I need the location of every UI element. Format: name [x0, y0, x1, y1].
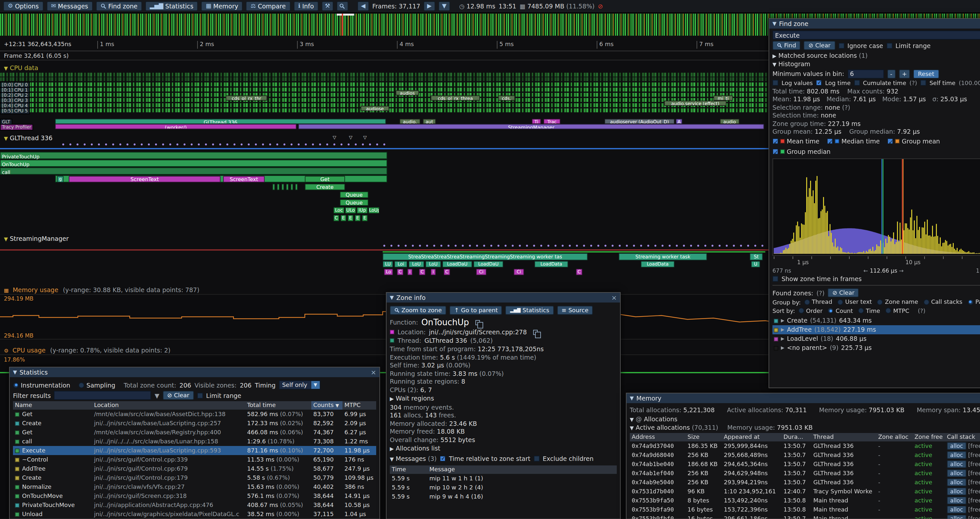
info-button[interactable]: ℹInfo: [293, 1, 318, 11]
log-values-checkbox[interactable]: [772, 80, 778, 86]
timeline-zone[interactable]: C: [419, 269, 425, 275]
legend-checkbox[interactable]: [888, 138, 893, 144]
allocation-row[interactable]: 0x7553b9fa9016 bytes153,722,396ns13:50.8…: [630, 505, 980, 514]
memory-button[interactable]: ▦Memory: [201, 1, 243, 11]
timeline-zone[interactable]: E: [362, 215, 368, 221]
stats-row[interactable]: AddTreejni/../jni/src/guif/Control.cpp:6…: [13, 464, 376, 473]
filter-input[interactable]: [54, 391, 151, 400]
statistics-title-bar[interactable]: ▼ Statistics ×: [10, 367, 379, 377]
worker-cpu-bar[interactable]: (worker/): [55, 124, 296, 129]
histogram-plot[interactable]: [772, 158, 980, 256]
alloc-callstack-button[interactable]: alloc: [947, 460, 966, 468]
ignore-case-checkbox[interactable]: [838, 43, 844, 48]
timeline-zone[interactable]: Loi: [395, 261, 407, 267]
timeline-zone[interactable]: Trac: [544, 119, 560, 124]
timeline-zone[interactable]: C: [576, 269, 582, 275]
timing-combo[interactable]: Self only▼: [279, 380, 320, 390]
radio[interactable]: [798, 308, 804, 313]
cumulate-time-checkbox[interactable]: [854, 80, 860, 86]
legend-item[interactable]: Median time: [827, 136, 880, 146]
timeline-zone[interactable]: C: [444, 269, 450, 275]
timeline-zone[interactable]: [291, 184, 293, 190]
limit-range-checkbox[interactable]: [197, 393, 203, 398]
allocation-row[interactable]: 0x7553b9fbf016 bytes296,661,186ns13:50.7…: [630, 514, 980, 519]
sortby-order[interactable]: Order: [798, 307, 822, 314]
memory-title-bar[interactable]: ▼ Memory: [627, 393, 980, 403]
find-zone-query-input[interactable]: [772, 30, 980, 40]
col-total-time[interactable]: Total time: [245, 401, 311, 410]
find-button[interactable]: Find: [772, 41, 801, 50]
timeline-zone-queue[interactable]: Queue: [340, 192, 368, 198]
radio[interactable]: [923, 299, 929, 305]
message-marker-icon[interactable]: ▽: [349, 135, 353, 140]
wait-regions-tree[interactable]: ▶Wait regions: [390, 395, 617, 402]
col-thread[interactable]: Thread: [811, 433, 876, 441]
timeline-zone[interactable]: g: [57, 176, 64, 182]
found-clear-button[interactable]: ⊘Clear: [828, 288, 859, 297]
col-size[interactable]: Size: [686, 433, 722, 441]
timeline-zone[interactable]: cds.: [498, 96, 515, 101]
col-counts[interactable]: Counts ▼: [311, 401, 342, 410]
found-zone-group[interactable]: ▶AddTree(18,542)227.19 ms: [772, 325, 980, 334]
thread-zone-row[interactable]: OnTouchUp: [0, 160, 387, 167]
timeline-zone[interactable]: cds_ol_rx_thr: [226, 96, 267, 101]
timeline-zone[interactable]: i: [407, 269, 412, 275]
stats-row[interactable]: Get/mnt/e/claw/src/claw/base/AssetDict.h…: [13, 410, 376, 419]
timeline-zone[interactable]: Loc: [333, 207, 344, 214]
timeline-zone[interactable]: E: [340, 215, 346, 221]
alloc-callstack-button[interactable]: alloc: [947, 469, 966, 477]
allocation-row[interactable]: 0x74a9d37040186.35 KB295,999,844ns13:50.…: [630, 441, 980, 450]
messages-tree[interactable]: ▼Messages (3): [390, 455, 437, 462]
location-value[interactable]: jni/../jni/src/guif/Screen.cpp:278: [429, 329, 527, 335]
find-zone-title-bar[interactable]: ▼ Find zone: [769, 19, 980, 29]
options-button[interactable]: ⚙Options: [3, 1, 43, 11]
sortby-mtpc[interactable]: MTPC: [885, 307, 909, 314]
next-frame-button[interactable]: ▶: [423, 1, 435, 11]
timeline-zone[interactable]: LoadData: [641, 261, 675, 267]
stats-row[interactable]: Createjni/../jni/src/claw/base/LuaScript…: [13, 419, 376, 428]
allocations-table-header[interactable]: Address Size Appeared at Dura... Thread …: [630, 433, 980, 441]
histogram-tree[interactable]: ▼Histogram: [772, 61, 980, 67]
timeline-zone[interactable]: [282, 184, 284, 190]
limit-range-checkbox[interactable]: [886, 43, 892, 48]
message-marker-icon[interactable]: ▽: [363, 135, 367, 140]
mode-instrumentation[interactable]: Instrumentation: [13, 382, 70, 388]
stats-row[interactable]: Executejni/../jni/src/claw/base/LuaScrip…: [13, 446, 376, 455]
alloc-callstack-button[interactable]: alloc: [947, 487, 966, 495]
alloc-callstack-button[interactable]: alloc: [947, 478, 966, 486]
stats-row[interactable]: ~Controljni/../jni/src/guif/Control.cpp:…: [13, 455, 376, 464]
alloc-callstack-button[interactable]: alloc: [947, 451, 966, 458]
statistics-table-header[interactable]: Name Location Total time Counts ▼ MTPC: [13, 401, 376, 410]
col-zone-alloc[interactable]: Zone alloc: [876, 433, 913, 441]
timeline-zone[interactable]: [295, 184, 298, 190]
col-call-stack[interactable]: Call stack: [945, 433, 980, 441]
timeline-zone[interactable]: A: [676, 119, 682, 124]
glthread-cpu-bar[interactable]: GLThread 336: [55, 119, 386, 124]
active-allocations-tree[interactable]: ▼Active allocations (70,311)Memory usage…: [630, 424, 980, 431]
timeline-zone[interactable]: E: [348, 215, 353, 221]
legend-item[interactable]: Group mean: [888, 136, 940, 146]
timeline-zone[interactable]: audiose: [361, 106, 389, 111]
stats-row[interactable]: Normalizejni/../jni/src/claw/vfs/Vfs.cpp…: [13, 482, 376, 492]
self-time-checkbox[interactable]: [920, 80, 926, 86]
radio[interactable]: [885, 308, 891, 313]
radio[interactable]: [804, 299, 810, 305]
glthread-header[interactable]: ▼GLThread 336: [4, 134, 52, 142]
stats-row[interactable]: Createjni/../jni/src/guif/Control.cpp:17…: [13, 473, 376, 482]
timeline-zone[interactable]: E: [355, 215, 361, 221]
radio[interactable]: [877, 299, 883, 305]
radio[interactable]: [79, 382, 84, 388]
timeline-zone[interactable]: cds_ol_rx_threa: [431, 96, 480, 101]
col-time[interactable]: Time: [390, 465, 427, 474]
timeline-zone[interactable]: aut: [423, 119, 436, 124]
timeline-zone[interactable]: audio.service (effect): [664, 101, 726, 106]
message-marker-icon[interactable]: ▽: [333, 135, 336, 140]
find-zone-button[interactable]: Find zone: [96, 1, 142, 11]
allocation-row[interactable]: 0x74ab1be040186.68 KB294,645,364ns13:50.…: [630, 459, 980, 468]
allocations-tree[interactable]: ▼@ Allocations: [630, 415, 980, 422]
timeline-zone[interactable]: [286, 184, 289, 190]
allocations-list-tree[interactable]: ▶Allocations list: [390, 445, 617, 452]
radio[interactable]: [968, 299, 974, 305]
timeline-zone[interactable]: U: [751, 261, 760, 267]
timeline-zone[interactable]: audios: [396, 90, 419, 96]
